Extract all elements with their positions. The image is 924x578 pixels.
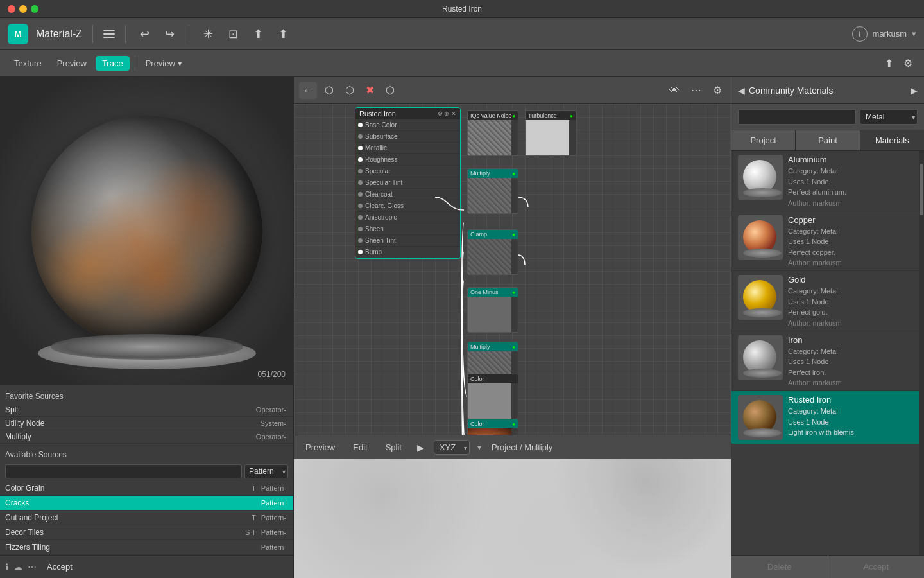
node-row-metallic: Metallic — [355, 143, 460, 154]
info-button[interactable]: i — [852, 26, 868, 42]
delete-button[interactable]: Delete — [732, 556, 828, 578]
material-gold[interactable]: Gold Category: MetalUses 1 NodePerfect g… — [732, 271, 919, 331]
nb-play-btn[interactable]: ▶ — [413, 440, 429, 455]
node-title: Clamp ● — [468, 230, 518, 239]
cloud-icon[interactable]: ☁ — [13, 562, 22, 572]
nb-preview-btn[interactable]: Preview — [299, 440, 341, 455]
iron-info: Iron Category: MetalUses 1 NodePerfect i… — [788, 335, 912, 387]
tab-texture[interactable]: Texture — [8, 56, 48, 71]
node-tool-share[interactable]: ⋯ — [687, 82, 705, 99]
material-path: Project / Multiply — [492, 442, 552, 452]
category-dropdown[interactable]: Pattern Texture Color — [244, 464, 288, 478]
rust-overlay — [31, 116, 262, 347]
favorite-source-split[interactable]: Split Operator-I — [0, 403, 293, 417]
material-iron[interactable]: Iron Category: MetalUses 1 NodePerfect i… — [732, 331, 919, 392]
sources-filter-input[interactable] — [5, 464, 242, 478]
favorite-source-multiply[interactable]: Multiply Operator-I — [0, 430, 293, 444]
close-button[interactable] — [8, 5, 15, 13]
minimize-button[interactable] — [19, 5, 27, 13]
username: markusm — [873, 29, 907, 39]
projection-dropdown-wrap: XYZ UV — [434, 440, 470, 455]
node-tool-hex1[interactable]: ⬡ — [321, 82, 338, 99]
favorite-source-utility[interactable]: Utility Node System-I — [0, 417, 293, 430]
source-item-color-grain[interactable]: Color Grain T Pattern-I — [0, 481, 293, 496]
upload-icon-button[interactable]: ⬆ — [881, 55, 897, 72]
sources-filter-bar: Pattern Texture Color — [0, 462, 293, 481]
tab-trace[interactable]: Trace — [96, 56, 130, 71]
undo-button[interactable]: ↩ — [136, 24, 153, 44]
node-tool-hex2[interactable]: ⬡ — [341, 82, 358, 99]
tool-import-button[interactable]: ⬆ — [275, 24, 292, 44]
rp-tab-materials[interactable]: Materials — [860, 130, 924, 150]
material-aluminium[interactable]: Aluminium Category: MetalUses 1 NodePerf… — [732, 151, 919, 211]
node-tool-eye[interactable]: 👁 — [665, 82, 683, 99]
copper-author: Author: markusm — [788, 259, 912, 267]
scroll-thumb[interactable] — [920, 164, 923, 215]
tool-crop-button[interactable]: ⊡ — [225, 24, 242, 44]
user-area: i markusm ▾ — [852, 26, 916, 42]
collapse-right-btn[interactable]: ▶ — [911, 85, 918, 96]
node-toolbar: ← ⬡ ⬡ ✖ ⬡ 👁 ⋯ ⚙ — [294, 77, 731, 104]
material-rusted-iron[interactable]: Rusted Iron Category: MetalUses 1 NodeLi… — [732, 391, 919, 444]
user-dropdown-arrow[interactable]: ▾ — [912, 29, 916, 39]
redo-button[interactable]: ↪ — [161, 24, 178, 44]
right-scrollbar[interactable] — [919, 151, 924, 555]
one-minus-texture — [468, 297, 511, 332]
projection-dropdown[interactable]: XYZ UV — [434, 440, 470, 455]
source-item-decor-tiles[interactable]: Decor Tiles S T Pattern-I — [0, 525, 293, 540]
accept-button[interactable]: Accept — [42, 561, 78, 573]
source-item-cut-project[interactable]: Cut and Project T Pattern-I — [0, 511, 293, 525]
tool-asterisk-button[interactable]: ✳ — [200, 24, 217, 44]
tab-preview[interactable]: Preview — [51, 56, 93, 71]
source-item-cracks[interactable]: Cracks Pattern-I — [0, 496, 293, 511]
rusted-thumbnail — [738, 395, 783, 440]
menu-button[interactable] — [103, 30, 115, 38]
node-row-sheen-tint: Sheen Tint — [355, 235, 460, 247]
node-tool-settings[interactable]: ⚙ — [709, 82, 726, 99]
iron-base — [743, 369, 782, 378]
nb-split-btn[interactable]: Split — [379, 440, 408, 455]
aluminium-info: Aluminium Category: MetalUses 1 NodePerf… — [788, 155, 912, 207]
noise-texture — [468, 120, 511, 155]
gold-detail: Category: MetalUses 1 NodePerfect gold. — [788, 286, 912, 318]
node-dot — [358, 192, 363, 197]
rp-tab-paint[interactable]: Paint — [796, 130, 860, 150]
sphere-base — [51, 334, 243, 360]
toolbar-separator-3 — [189, 25, 189, 43]
settings-icon-button[interactable]: ⚙ — [900, 55, 916, 72]
node-multiply-1[interactable]: Multiply ● — [467, 168, 518, 214]
window-controls[interactable] — [8, 5, 38, 13]
tool-export-button[interactable]: ⬆ — [250, 24, 267, 44]
info-small-icon[interactable]: ℹ — [5, 562, 8, 572]
node-tool-layers[interactable]: ⬡ — [382, 82, 398, 99]
community-search-input[interactable] — [738, 109, 856, 125]
node-clamp[interactable]: Clamp ● — [467, 229, 518, 275]
node-row-bump: Bump — [355, 247, 460, 258]
node-canvas[interactable]: Rusted Iron ⚙ ⊕ ✕ Base Color Subsurface … — [294, 104, 731, 435]
material-copper[interactable]: Copper Category: MetalUses 1 NodePerfect… — [732, 211, 919, 272]
share-icon[interactable]: ⋯ — [28, 562, 37, 572]
shader-node-panel: Rusted Iron ⚙ ⊕ ✕ Base Color Subsurface … — [355, 107, 461, 259]
node-color-2[interactable]: Color ● — [467, 419, 518, 435]
community-category-dropdown[interactable]: Metal Wood Stone — [860, 109, 918, 125]
node-tool-arrow[interactable]: ← — [299, 82, 317, 99]
gold-thumbnail — [738, 275, 783, 320]
node-turbulence[interactable]: Turbulence ● — [525, 110, 576, 156]
node-row-subsurface: Subsurface — [355, 131, 460, 143]
node-color-1[interactable]: Color — [467, 374, 518, 419]
source-item-fizzers[interactable]: Fizzers Tiling Pattern-I — [0, 540, 293, 555]
node-iqs-value-noise[interactable]: IQs Value Noise ● — [467, 110, 518, 156]
iron-detail: Category: MetalUses 1 NodePerfect iron. — [788, 346, 912, 378]
node-dot — [358, 204, 363, 208]
shader-node-title: Rusted Iron ⚙ ⊕ ✕ — [355, 108, 460, 119]
community-filter-bar: Metal Wood Stone ▾ — [732, 104, 924, 130]
maximize-button[interactable] — [31, 5, 38, 13]
nb-edit-btn[interactable]: Edit — [346, 440, 373, 455]
node-one-minus[interactable]: One Minus ● — [467, 287, 518, 333]
rp-tab-project[interactable]: Project — [732, 130, 796, 150]
node-tool-close[interactable]: ✖ — [362, 82, 378, 99]
preview-dropdown[interactable]: Preview ▾ — [141, 56, 187, 71]
right-bottom-actions: Delete Accept — [732, 555, 924, 578]
collapse-left-btn[interactable]: ◀ — [738, 85, 745, 96]
community-accept-button[interactable]: Accept — [828, 556, 925, 578]
